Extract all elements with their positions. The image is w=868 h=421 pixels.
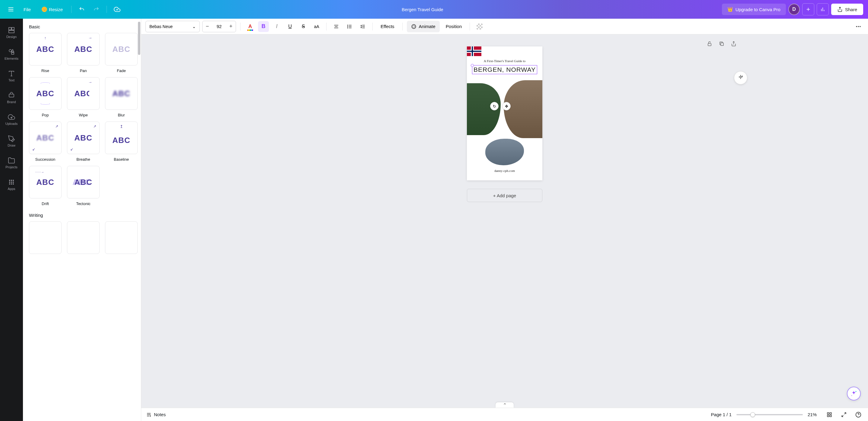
divider bbox=[470, 23, 470, 30]
abc-preview: ABC bbox=[36, 177, 54, 187]
nav-brand[interactable]: Brand bbox=[1, 88, 22, 108]
norway-flag-icon bbox=[467, 46, 482, 56]
animation-writing-2[interactable] bbox=[67, 221, 100, 254]
zoom-slider-thumb[interactable] bbox=[750, 412, 755, 417]
animation-tectonic[interactable]: ABC ABC Tectonic bbox=[67, 166, 100, 206]
animation-blur[interactable]: ABC Blur bbox=[105, 77, 137, 117]
nav-text[interactable]: Text bbox=[1, 66, 22, 86]
strikethrough-button[interactable]: S bbox=[298, 21, 309, 32]
help-button[interactable] bbox=[854, 410, 863, 420]
nav-elements[interactable]: Elements bbox=[1, 44, 22, 65]
scrollbar-thumb[interactable] bbox=[138, 22, 140, 55]
underline-button[interactable]: U bbox=[285, 21, 296, 32]
fullscreen-button[interactable] bbox=[839, 410, 849, 420]
undo-button[interactable] bbox=[76, 3, 88, 15]
svg-rect-59 bbox=[830, 415, 832, 417]
italic-button[interactable]: I bbox=[271, 21, 282, 32]
add-collaborator-button[interactable] bbox=[802, 3, 814, 15]
document-title[interactable]: Bergen Travel Guide bbox=[402, 7, 443, 12]
expand-pages-button[interactable]: ⌃ bbox=[496, 402, 514, 408]
transparency-button[interactable] bbox=[474, 21, 485, 32]
divider bbox=[326, 23, 327, 30]
file-menu-button[interactable]: File bbox=[19, 4, 35, 14]
ai-assistant-button[interactable] bbox=[847, 387, 861, 400]
arrow-sw-icon: ↙ bbox=[32, 147, 35, 151]
nav-uploads[interactable]: Uploads bbox=[1, 109, 22, 130]
svg-rect-47 bbox=[721, 43, 723, 45]
website-text[interactable]: danny-cph.com bbox=[467, 169, 542, 172]
font-size-input[interactable] bbox=[212, 24, 226, 29]
user-avatar[interactable]: D bbox=[788, 4, 800, 15]
svg-rect-46 bbox=[708, 43, 711, 46]
zoom-slider[interactable] bbox=[736, 414, 803, 415]
nav-label: Text bbox=[8, 78, 14, 82]
bold-button[interactable]: B bbox=[258, 21, 269, 32]
animate-button[interactable]: Animate bbox=[407, 21, 440, 32]
divider bbox=[402, 23, 403, 30]
animation-pan[interactable]: → ABC Pan bbox=[67, 33, 100, 73]
more-button[interactable] bbox=[853, 21, 864, 32]
animation-breathe[interactable]: ↗ ABC ↙ Breathe bbox=[67, 122, 100, 162]
cloud-sync-icon[interactable] bbox=[111, 3, 123, 15]
font-family-select[interactable]: Bebas Neue ⌄ bbox=[146, 21, 200, 32]
lock-button[interactable] bbox=[705, 39, 714, 48]
font-size-increase[interactable]: + bbox=[226, 21, 236, 32]
svg-marker-13 bbox=[11, 50, 14, 52]
nav-design[interactable]: Design bbox=[1, 22, 22, 43]
rotate-button[interactable]: ↻ bbox=[490, 102, 499, 110]
abc-preview: ABC bbox=[74, 177, 92, 187]
subtitle-text[interactable]: A First-Timer's Travel Guide to bbox=[467, 59, 542, 63]
animation-label: Pop bbox=[42, 113, 49, 117]
font-size-decrease[interactable]: − bbox=[203, 21, 212, 32]
nav-projects[interactable]: Projects bbox=[1, 153, 22, 173]
export-page-button[interactable] bbox=[729, 39, 738, 48]
nav-label: Apps bbox=[7, 187, 15, 191]
share-button[interactable]: Share bbox=[831, 4, 863, 15]
resize-button[interactable]: 👑 Resize bbox=[37, 4, 67, 14]
svg-line-60 bbox=[844, 413, 846, 414]
title-text[interactable]: BERGEN, NORWAY bbox=[473, 66, 536, 73]
analytics-button[interactable] bbox=[817, 3, 829, 15]
zoom-percent[interactable]: 21% bbox=[808, 412, 820, 417]
magic-button[interactable] bbox=[734, 71, 747, 85]
animation-writing-1[interactable] bbox=[29, 221, 62, 254]
notes-button[interactable]: Notes bbox=[146, 412, 166, 417]
upgrade-button[interactable]: 👑 Upgrade to Canva Pro bbox=[722, 4, 786, 15]
main-menu-button[interactable] bbox=[5, 3, 17, 15]
abc-preview: ABC bbox=[74, 89, 92, 98]
animation-wipe[interactable]: → ABC Wipe bbox=[67, 77, 100, 117]
list-button[interactable] bbox=[344, 21, 355, 32]
move-button[interactable]: ✥ bbox=[502, 102, 511, 110]
text-case-button[interactable]: aA bbox=[311, 21, 322, 32]
animation-label: Rise bbox=[41, 68, 49, 73]
grid-view-button[interactable] bbox=[825, 410, 834, 420]
duplicate-button[interactable] bbox=[717, 39, 726, 48]
canvas-area[interactable]: A First-Timer's Travel Guide to BERGEN, … bbox=[141, 34, 868, 408]
title-selection-box[interactable]: BERGEN, NORWAY bbox=[472, 65, 537, 74]
animation-writing-3[interactable] bbox=[105, 221, 137, 254]
page-counter[interactable]: Page 1 / 1 bbox=[711, 412, 732, 417]
nav-label: Brand bbox=[7, 100, 16, 104]
animation-succession[interactable]: ↗ ABC ↙ Succession bbox=[29, 122, 62, 162]
position-button[interactable]: Position bbox=[442, 21, 465, 32]
animation-fade[interactable]: ABC Fade bbox=[105, 33, 137, 73]
app-header: File 👑 Resize Bergen Travel Guide 👑 Upgr… bbox=[0, 0, 868, 19]
image-blob-3[interactable] bbox=[485, 139, 524, 165]
animation-baseline[interactable]: ↥ ABC Baseline bbox=[105, 122, 137, 162]
resize-handle[interactable] bbox=[471, 64, 474, 67]
animation-pop[interactable]: ABC Pop bbox=[29, 77, 62, 117]
animation-rise[interactable]: ↑ ABC Rise bbox=[29, 33, 62, 73]
page-controls bbox=[705, 39, 738, 48]
nav-draw[interactable]: Draw bbox=[1, 131, 22, 151]
redo-button[interactable] bbox=[90, 3, 102, 15]
animation-drift[interactable]: ·····→ ABC Drift bbox=[29, 166, 62, 206]
canvas-page[interactable]: A First-Timer's Travel Guide to BERGEN, … bbox=[467, 46, 542, 180]
scrollbar[interactable] bbox=[138, 19, 140, 421]
spacing-button[interactable] bbox=[357, 21, 368, 32]
add-page-button[interactable]: + Add page bbox=[467, 189, 542, 202]
effects-button[interactable]: Effects bbox=[377, 21, 398, 32]
text-color-button[interactable]: A bbox=[245, 21, 256, 32]
alignment-button[interactable] bbox=[331, 21, 342, 32]
nav-apps[interactable]: Apps bbox=[1, 174, 22, 195]
color-spectrum-icon bbox=[247, 30, 253, 31]
